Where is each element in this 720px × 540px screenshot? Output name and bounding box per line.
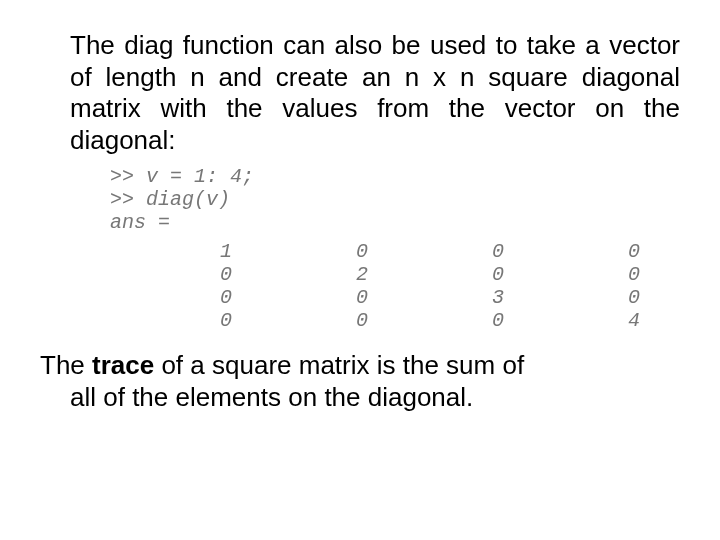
text-trace-bold: trace: [92, 350, 154, 380]
matrix-cell: 0: [382, 309, 518, 332]
slide: The diag function can also be used to ta…: [0, 0, 720, 540]
matrix-cell: 0: [110, 286, 246, 309]
matrix-cell: 0: [246, 240, 382, 263]
text-line2: all of the elements on the diagonal.: [70, 382, 680, 414]
matrix-cell: 0: [110, 263, 246, 286]
code-line-1: >> v = 1: 4;: [110, 165, 254, 188]
table-row: 0 2 0 0: [110, 263, 654, 286]
text-pre: The: [40, 350, 92, 380]
matrix-cell: 0: [110, 309, 246, 332]
table-row: 0 0 0 4: [110, 309, 654, 332]
matrix-cell: 0: [518, 286, 654, 309]
matrix-cell: 1: [110, 240, 246, 263]
paragraph-diag-description: The diag function can also be used to ta…: [70, 30, 680, 157]
matrix-cell: 0: [246, 309, 382, 332]
text-post: of a square matrix is the sum of: [154, 350, 524, 380]
matrix-cell: 0: [246, 286, 382, 309]
matrix-cell: 0: [518, 263, 654, 286]
code-line-3: ans =: [110, 211, 170, 234]
output-matrix: 1 0 0 0 0 2 0 0 0 0 3 0 0 0 0 4: [110, 240, 654, 332]
matrix-cell: 0: [382, 240, 518, 263]
matrix-cell: 0: [518, 240, 654, 263]
matrix-cell: 4: [518, 309, 654, 332]
matrix-cell: 3: [382, 286, 518, 309]
code-line-2: >> diag(v): [110, 188, 230, 211]
matrix-cell: 2: [246, 263, 382, 286]
matrix-cell: 0: [382, 263, 518, 286]
table-row: 1 0 0 0: [110, 240, 654, 263]
code-example: >> v = 1: 4; >> diag(v) ans =: [110, 165, 680, 234]
paragraph-trace-definition: The trace of a square matrix is the sum …: [40, 350, 680, 413]
table-row: 0 0 3 0: [110, 286, 654, 309]
